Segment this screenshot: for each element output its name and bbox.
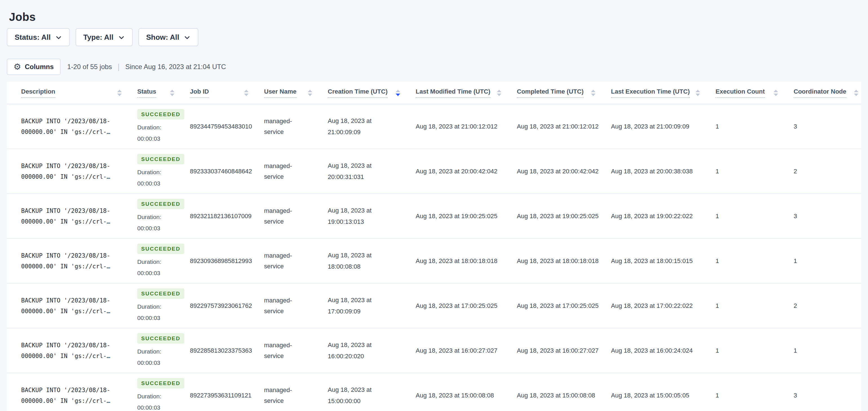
description-cell[interactable]: BACKUP INTO '/2023/08/18-000000.00' IN '…	[21, 116, 110, 137]
creation-time-cell: Aug 18, 2023 at 19:00:13:013	[328, 205, 378, 228]
description-cell[interactable]: BACKUP INTO '/2023/08/18-000000.00' IN '…	[21, 295, 110, 317]
sort-up-icon[interactable]	[117, 90, 122, 92]
filter-dropdown[interactable]: Show: All	[138, 28, 198, 46]
user-name-cell: managed-service	[264, 340, 301, 361]
description-cell[interactable]: BACKUP INTO '/2023/08/18-000000.00' IN '…	[21, 206, 110, 227]
filter-dropdown[interactable]: Type: All	[75, 28, 133, 46]
job-id-cell[interactable]: 892285813023375363	[190, 347, 264, 354]
sort-up-icon[interactable]	[170, 90, 175, 92]
sort-control[interactable]	[396, 90, 400, 96]
sort-control[interactable]	[117, 90, 122, 96]
completed-time-cell: Aug 18, 2023 at 19:00:25:025	[517, 212, 611, 220]
duration-value: 00:00:03	[137, 402, 190, 411]
sort-up-icon[interactable]	[774, 90, 778, 92]
column-header[interactable]: Completed Time (UTC)	[517, 88, 611, 98]
status-cell: SUCCEEDED Duration: 00:00:03	[137, 198, 190, 234]
execution-count-cell: 1	[716, 347, 794, 354]
sort-down-icon[interactable]	[695, 94, 700, 96]
description-cell[interactable]: BACKUP INTO '/2023/08/18-000000.00' IN '…	[21, 161, 110, 182]
table-row: BACKUP INTO '/2023/08/18-000000.00' IN '…	[7, 373, 861, 411]
duration-value: 00:00:03	[137, 223, 190, 234]
last-modified-time-cell: Aug 18, 2023 at 16:00:27:027	[416, 347, 517, 354]
sort-down-icon[interactable]	[170, 94, 175, 96]
table-row: BACKUP INTO '/2023/08/18-000000.00' IN '…	[7, 284, 861, 328]
column-header-label: Last Execution Time (UTC)	[611, 88, 690, 98]
job-id-cell[interactable]: 892309368985812993	[190, 257, 264, 265]
sort-down-icon[interactable]	[591, 94, 595, 96]
coordinator-node-cell: 3	[794, 123, 860, 130]
sort-up-icon[interactable]	[308, 90, 312, 92]
sort-up-icon[interactable]	[695, 90, 700, 92]
sort-control[interactable]	[170, 90, 175, 96]
column-header-label: User Name	[264, 88, 297, 98]
sort-control[interactable]	[695, 90, 700, 96]
job-id-cell[interactable]: 892321182136107009	[190, 212, 264, 220]
column-header-label: Coordinator Node	[794, 88, 846, 98]
sort-control[interactable]	[308, 90, 312, 96]
user-name-cell: managed-service	[264, 250, 301, 272]
job-id-cell[interactable]: 892273953631109121	[190, 392, 264, 399]
last-execution-time-cell: Aug 18, 2023 at 15:00:05:05	[611, 392, 716, 399]
column-header[interactable]: Execution Count	[716, 88, 794, 98]
sort-control[interactable]	[591, 90, 595, 96]
execution-count-cell: 1	[716, 257, 794, 265]
duration-label: Duration:	[137, 301, 190, 312]
sort-down-icon[interactable]	[308, 94, 312, 96]
column-header[interactable]: Last Modified Time (UTC)	[416, 88, 517, 98]
description-cell[interactable]: BACKUP INTO '/2023/08/18-000000.00' IN '…	[21, 385, 110, 406]
sort-control[interactable]	[244, 90, 249, 96]
creation-time-cell: Aug 18, 2023 at 16:00:20:020	[328, 340, 378, 362]
chevron-down-icon	[55, 34, 62, 41]
column-header[interactable]: Last Execution Time (UTC)	[611, 88, 716, 98]
execution-count-cell: 1	[716, 302, 794, 310]
column-header-label: Job ID	[190, 88, 209, 98]
column-header[interactable]: Coordinator Node	[794, 88, 860, 98]
sort-up-icon[interactable]	[591, 90, 595, 92]
column-header[interactable]: User Name	[264, 88, 328, 98]
filter-bar: Status: All Type: All Show: All	[7, 28, 861, 46]
sort-down-icon[interactable]	[774, 94, 778, 96]
status-cell: SUCCEEDED Duration: 00:00:03	[137, 333, 190, 369]
last-execution-time-cell: Aug 18, 2023 at 20:00:38:038	[611, 168, 716, 175]
columns-button[interactable]: ⚙ Columns	[7, 59, 61, 75]
column-header[interactable]: Creation Time (UTC)	[328, 88, 416, 98]
creation-time-cell: Aug 18, 2023 at 17:00:09:09	[328, 295, 378, 317]
sort-down-icon[interactable]	[244, 94, 249, 96]
completed-time-cell: Aug 18, 2023 at 20:00:42:042	[517, 168, 611, 175]
duration-value: 00:00:03	[137, 133, 190, 144]
job-id-cell[interactable]: 892333037460848642	[190, 168, 264, 175]
job-id-cell[interactable]: 892297573923061762	[190, 302, 264, 310]
sort-down-icon[interactable]	[396, 94, 400, 96]
duration-label: Duration:	[137, 346, 190, 357]
column-header[interactable]: Job ID	[190, 88, 264, 98]
description-cell[interactable]: BACKUP INTO '/2023/08/18-000000.00' IN '…	[21, 340, 110, 361]
sort-down-icon[interactable]	[497, 94, 501, 96]
completed-time-cell: Aug 18, 2023 at 18:00:18:018	[517, 257, 611, 265]
status-badge: SUCCEEDED	[137, 243, 184, 254]
sort-control[interactable]	[497, 90, 501, 96]
table-row: BACKUP INTO '/2023/08/18-000000.00' IN '…	[7, 149, 861, 194]
sort-down-icon[interactable]	[854, 94, 859, 96]
column-header-label: Status	[137, 88, 156, 98]
sort-up-icon[interactable]	[396, 90, 400, 92]
table-header-row: Description Status Job ID User Name Crea…	[7, 82, 861, 104]
sort-up-icon[interactable]	[854, 90, 859, 92]
coordinator-node-cell: 2	[794, 302, 860, 310]
status-badge: SUCCEEDED	[137, 154, 184, 165]
chevron-down-icon	[118, 34, 125, 41]
description-cell[interactable]: BACKUP INTO '/2023/08/18-000000.00' IN '…	[21, 250, 110, 272]
completed-time-cell: Aug 18, 2023 at 17:00:25:025	[517, 302, 611, 310]
column-header[interactable]: Status	[137, 88, 190, 98]
last-modified-time-cell: Aug 18, 2023 at 19:00:25:025	[416, 212, 517, 220]
user-name-cell: managed-service	[264, 206, 301, 227]
sort-up-icon[interactable]	[244, 90, 249, 92]
sort-up-icon[interactable]	[497, 90, 501, 92]
creation-time-cell: Aug 18, 2023 at 18:00:08:08	[328, 250, 378, 272]
sort-down-icon[interactable]	[117, 94, 122, 96]
filter-dropdown[interactable]: Status: All	[7, 28, 70, 46]
sort-control[interactable]	[854, 90, 859, 96]
sort-control[interactable]	[774, 90, 778, 96]
execution-count-cell: 1	[716, 212, 794, 220]
job-id-cell[interactable]: 892344759453483010	[190, 123, 264, 130]
column-header[interactable]: Description	[21, 88, 137, 98]
